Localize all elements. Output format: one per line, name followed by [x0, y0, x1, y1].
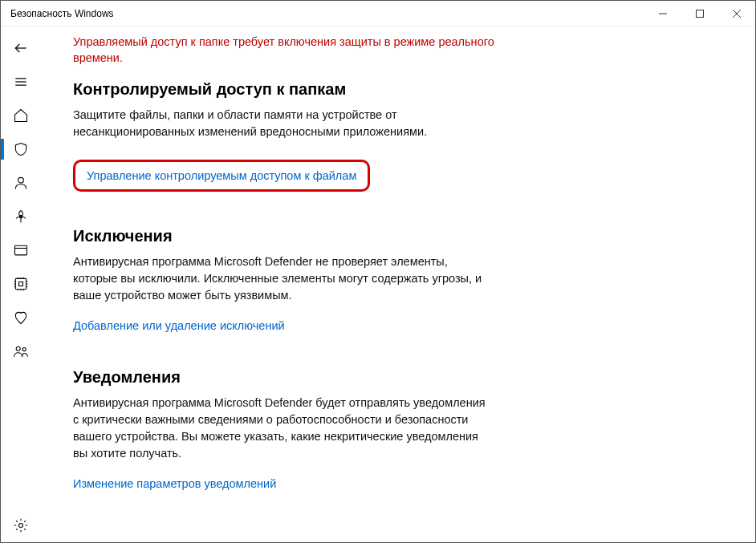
section-title: Уведомления [73, 368, 731, 387]
svg-point-29 [19, 524, 23, 528]
section-exclusions: Исключения Антивирусная программа Micros… [73, 227, 731, 333]
sidebar-item-home[interactable] [1, 99, 41, 132]
manage-exclusions-link[interactable]: Добавление или удаление исключений [73, 319, 285, 332]
window-title: Безопасность Windows [10, 8, 114, 19]
window-controls [644, 1, 755, 26]
warning-text: Управляемый доступ к папке требует включ… [73, 34, 522, 66]
section-title: Контролируемый доступ к папкам [73, 80, 731, 99]
sidebar-item-family[interactable] [1, 334, 41, 368]
minimize-button[interactable] [644, 1, 681, 26]
sidebar-item-virus-protection[interactable] [1, 132, 41, 166]
menu-button[interactable] [1, 65, 41, 99]
main-content: Управляемый доступ к папке требует включ… [41, 26, 755, 542]
titlebar: Безопасность Windows [1, 1, 755, 26]
section-description: Антивирусная программа Microsoft Defende… [73, 395, 490, 462]
maximize-button[interactable] [681, 1, 718, 26]
sidebar-item-account[interactable] [1, 166, 41, 200]
sidebar [1, 26, 41, 542]
sidebar-item-health[interactable] [1, 301, 41, 334]
sidebar-item-app-browser[interactable] [1, 233, 41, 267]
svg-point-28 [22, 347, 26, 351]
svg-rect-13 [15, 278, 26, 289]
svg-rect-11 [15, 245, 27, 255]
manage-controlled-access-link[interactable]: Управление контролируемым доступом к фай… [87, 169, 356, 182]
section-notifications: Уведомления Антивирусная программа Micro… [73, 368, 731, 491]
sidebar-item-firewall[interactable] [1, 200, 41, 233]
highlight-annotation: Управление контролируемым доступом к фай… [73, 160, 370, 192]
svg-rect-1 [697, 10, 704, 17]
section-title: Исключения [73, 227, 731, 245]
section-controlled-folder-access: Контролируемый доступ к папкам Защитите … [73, 80, 731, 192]
sidebar-item-device-security[interactable] [1, 267, 41, 301]
section-description: Антивирусная программа Microsoft Defende… [73, 253, 490, 304]
svg-rect-14 [19, 282, 23, 286]
sidebar-item-settings[interactable] [1, 509, 41, 542]
close-button[interactable] [718, 1, 755, 26]
svg-point-27 [16, 346, 20, 351]
manage-notifications-link[interactable]: Изменение параметров уведомлений [73, 477, 276, 490]
svg-point-8 [18, 177, 24, 183]
back-button[interactable] [1, 31, 41, 65]
section-description: Защитите файлы, папки и области памяти н… [73, 107, 490, 140]
